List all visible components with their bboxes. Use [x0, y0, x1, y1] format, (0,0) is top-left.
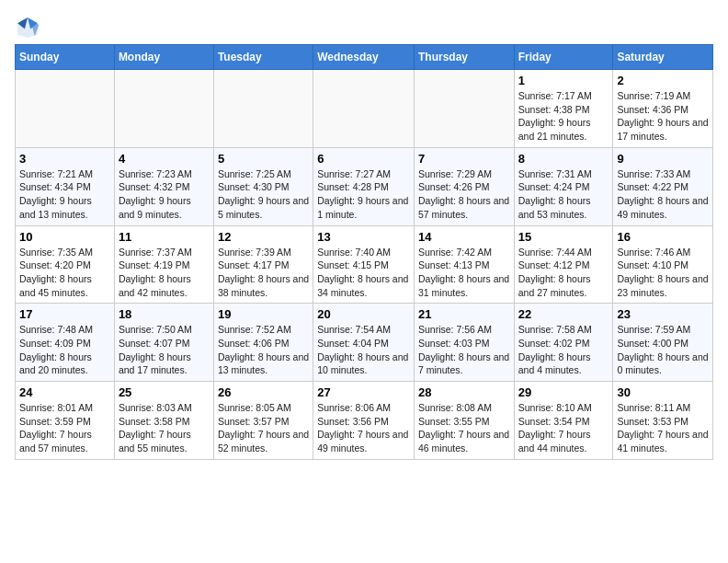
calendar-cell: 3Sunrise: 7:21 AMSunset: 4:34 PMDaylight… — [16, 147, 115, 225]
day-number: 3 — [19, 152, 110, 166]
week-row-2: 3Sunrise: 7:21 AMSunset: 4:34 PMDaylight… — [16, 147, 713, 225]
day-info: Sunrise: 7:59 AMSunset: 4:00 PMDaylight:… — [617, 323, 709, 377]
day-number: 2 — [617, 74, 709, 87]
day-number: 16 — [617, 230, 709, 244]
calendar-cell: 12Sunrise: 7:39 AMSunset: 4:17 PMDayligh… — [213, 225, 313, 304]
calendar-cell: 20Sunrise: 7:54 AMSunset: 4:04 PMDayligh… — [313, 304, 415, 382]
calendar-cell: 29Sunrise: 8:10 AMSunset: 3:54 PMDayligh… — [514, 382, 613, 460]
calendar-cell: 21Sunrise: 7:56 AMSunset: 4:03 PMDayligh… — [414, 304, 514, 382]
week-row-3: 10Sunrise: 7:35 AMSunset: 4:20 PMDayligh… — [16, 225, 713, 304]
weekday-header-thursday: Thursday — [414, 45, 514, 70]
day-number: 25 — [119, 385, 210, 399]
day-info: Sunrise: 7:25 AMSunset: 4:30 PMDaylight:… — [218, 167, 309, 222]
day-number: 20 — [317, 307, 410, 321]
calendar-cell — [414, 70, 514, 148]
calendar-cell: 7Sunrise: 7:29 AMSunset: 4:26 PMDaylight… — [414, 147, 514, 225]
day-info: Sunrise: 8:08 AMSunset: 3:55 PMDaylight:… — [418, 401, 510, 455]
day-number: 10 — [19, 230, 110, 244]
day-info: Sunrise: 7:17 AMSunset: 4:38 PMDaylight:… — [518, 89, 609, 144]
day-info: Sunrise: 7:58 AMSunset: 4:02 PMDaylight:… — [518, 323, 609, 377]
day-info: Sunrise: 7:40 AMSunset: 4:15 PMDaylight:… — [317, 246, 410, 300]
calendar-cell: 13Sunrise: 7:40 AMSunset: 4:15 PMDayligh… — [313, 225, 415, 304]
day-info: Sunrise: 7:48 AMSunset: 4:09 PMDaylight:… — [19, 323, 110, 377]
calendar-cell — [313, 70, 415, 148]
calendar-cell — [213, 70, 313, 148]
weekday-header-wednesday: Wednesday — [313, 45, 415, 70]
calendar-cell: 16Sunrise: 7:46 AMSunset: 4:10 PMDayligh… — [613, 225, 713, 304]
day-number: 23 — [617, 307, 709, 321]
day-number: 5 — [218, 152, 309, 166]
weekday-header-monday: Monday — [114, 45, 213, 70]
calendar-cell: 18Sunrise: 7:50 AMSunset: 4:07 PMDayligh… — [114, 304, 213, 382]
logo — [15, 15, 44, 40]
day-info: Sunrise: 7:54 AMSunset: 4:04 PMDaylight:… — [317, 323, 410, 377]
day-info: Sunrise: 8:03 AMSunset: 3:58 PMDaylight:… — [119, 401, 210, 455]
day-info: Sunrise: 7:35 AMSunset: 4:20 PMDaylight:… — [19, 246, 110, 300]
day-number: 11 — [119, 230, 210, 244]
calendar-cell: 10Sunrise: 7:35 AMSunset: 4:20 PMDayligh… — [16, 225, 115, 304]
day-info: Sunrise: 8:10 AMSunset: 3:54 PMDaylight:… — [518, 401, 609, 455]
day-info: Sunrise: 8:11 AMSunset: 3:53 PMDaylight:… — [617, 401, 709, 455]
day-number: 6 — [317, 152, 410, 166]
calendar-cell: 1Sunrise: 7:17 AMSunset: 4:38 PMDaylight… — [514, 70, 613, 148]
logo-icon — [15, 15, 40, 40]
weekday-header-saturday: Saturday — [613, 45, 713, 70]
calendar-cell: 27Sunrise: 8:06 AMSunset: 3:56 PMDayligh… — [313, 382, 415, 460]
day-number: 1 — [518, 74, 609, 87]
calendar-cell: 26Sunrise: 8:05 AMSunset: 3:57 PMDayligh… — [213, 382, 313, 460]
day-number: 19 — [218, 307, 309, 321]
day-number: 22 — [518, 307, 609, 321]
day-number: 29 — [518, 385, 609, 399]
calendar-cell: 15Sunrise: 7:44 AMSunset: 4:12 PMDayligh… — [514, 225, 613, 304]
weekday-header-tuesday: Tuesday — [213, 45, 313, 70]
day-number: 14 — [418, 230, 510, 244]
day-number: 15 — [518, 230, 609, 244]
day-info: Sunrise: 8:05 AMSunset: 3:57 PMDaylight:… — [218, 401, 309, 455]
day-info: Sunrise: 8:06 AMSunset: 3:56 PMDaylight:… — [317, 401, 410, 455]
day-info: Sunrise: 7:42 AMSunset: 4:13 PMDaylight:… — [418, 246, 510, 300]
calendar-cell — [16, 70, 115, 148]
week-row-1: 1Sunrise: 7:17 AMSunset: 4:38 PMDaylight… — [16, 70, 713, 148]
calendar-cell: 6Sunrise: 7:27 AMSunset: 4:28 PMDaylight… — [313, 147, 415, 225]
calendar-cell: 5Sunrise: 7:25 AMSunset: 4:30 PMDaylight… — [213, 147, 313, 225]
weekday-row: SundayMondayTuesdayWednesdayThursdayFrid… — [16, 45, 713, 70]
day-number: 21 — [418, 307, 510, 321]
calendar-cell: 30Sunrise: 8:11 AMSunset: 3:53 PMDayligh… — [613, 382, 713, 460]
day-info: Sunrise: 7:29 AMSunset: 4:26 PMDaylight:… — [418, 167, 510, 222]
day-info: Sunrise: 7:23 AMSunset: 4:32 PMDaylight:… — [119, 167, 210, 222]
calendar-cell: 24Sunrise: 8:01 AMSunset: 3:59 PMDayligh… — [16, 382, 115, 460]
day-info: Sunrise: 7:44 AMSunset: 4:12 PMDaylight:… — [518, 246, 609, 300]
calendar-cell: 11Sunrise: 7:37 AMSunset: 4:19 PMDayligh… — [114, 225, 213, 304]
day-number: 17 — [19, 307, 110, 321]
calendar-cell: 23Sunrise: 7:59 AMSunset: 4:00 PMDayligh… — [613, 304, 713, 382]
day-info: Sunrise: 7:21 AMSunset: 4:34 PMDaylight:… — [19, 167, 110, 222]
day-info: Sunrise: 7:31 AMSunset: 4:24 PMDaylight:… — [518, 167, 609, 222]
calendar-header: SundayMondayTuesdayWednesdayThursdayFrid… — [16, 45, 713, 70]
calendar-cell — [114, 70, 213, 148]
day-number: 30 — [617, 385, 709, 399]
day-number: 7 — [418, 152, 510, 166]
calendar-cell: 14Sunrise: 7:42 AMSunset: 4:13 PMDayligh… — [414, 225, 514, 304]
calendar-cell: 28Sunrise: 8:08 AMSunset: 3:55 PMDayligh… — [414, 382, 514, 460]
day-number: 8 — [518, 152, 609, 166]
day-number: 28 — [418, 385, 510, 399]
day-number: 26 — [218, 385, 309, 399]
day-number: 9 — [617, 152, 709, 166]
day-info: Sunrise: 8:01 AMSunset: 3:59 PMDaylight:… — [19, 401, 110, 455]
day-info: Sunrise: 7:27 AMSunset: 4:28 PMDaylight:… — [317, 167, 410, 222]
page-header — [15, 15, 713, 40]
calendar-table: SundayMondayTuesdayWednesdayThursdayFrid… — [15, 44, 713, 460]
day-number: 27 — [317, 385, 410, 399]
week-row-5: 24Sunrise: 8:01 AMSunset: 3:59 PMDayligh… — [16, 382, 713, 460]
calendar-cell: 4Sunrise: 7:23 AMSunset: 4:32 PMDaylight… — [114, 147, 213, 225]
day-info: Sunrise: 7:37 AMSunset: 4:19 PMDaylight:… — [119, 246, 210, 300]
day-info: Sunrise: 7:46 AMSunset: 4:10 PMDaylight:… — [617, 246, 709, 300]
day-number: 18 — [119, 307, 210, 321]
weekday-header-sunday: Sunday — [16, 45, 115, 70]
calendar-body: 1Sunrise: 7:17 AMSunset: 4:38 PMDaylight… — [16, 70, 713, 460]
day-number: 13 — [317, 230, 410, 244]
day-info: Sunrise: 7:52 AMSunset: 4:06 PMDaylight:… — [218, 323, 309, 377]
day-number: 12 — [218, 230, 309, 244]
week-row-4: 17Sunrise: 7:48 AMSunset: 4:09 PMDayligh… — [16, 304, 713, 382]
calendar-cell: 9Sunrise: 7:33 AMSunset: 4:22 PMDaylight… — [613, 147, 713, 225]
